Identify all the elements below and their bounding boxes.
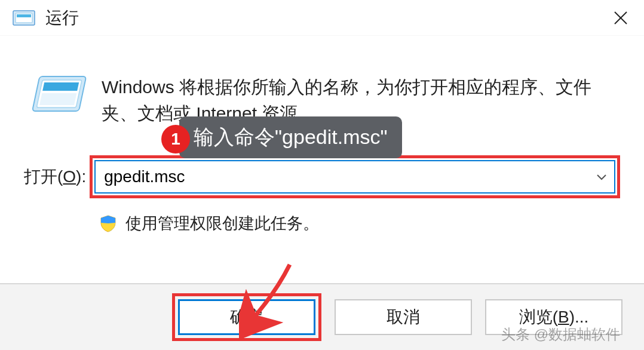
run-dialog: 运行 Windows 将根据你所输入的名称，为你打开相应的程序、文件 <box>0 0 644 350</box>
close-button[interactable] <box>609 7 632 29</box>
admin-note-text: 使用管理权限创建此任务。 <box>125 213 319 234</box>
open-input[interactable] <box>104 167 593 186</box>
instruction-callout: 1 输入命令"gpedit.msc" <box>179 116 402 158</box>
step-badge: 1 <box>161 125 190 153</box>
titlebar-title: 运行 <box>45 7 609 29</box>
button-bar: 确定 取消 浏览(B)... <box>0 283 644 350</box>
svg-rect-7 <box>42 82 79 91</box>
shield-icon <box>99 214 117 232</box>
ok-button[interactable]: 确定 <box>178 299 315 335</box>
callout-text: 输入命令"gpedit.msc" <box>194 124 388 151</box>
open-input-highlight <box>90 155 620 198</box>
dialog-content: Windows 将根据你所输入的名称，为你打开相应的程序、文件夹、文档或 Int… <box>0 36 644 283</box>
combo-dropdown-button[interactable] <box>593 173 611 180</box>
close-icon <box>612 9 630 27</box>
svg-rect-2 <box>17 14 31 17</box>
svg-rect-8 <box>39 93 76 105</box>
run-titlebar-icon <box>12 8 36 28</box>
run-large-icon <box>24 72 90 119</box>
ok-button-highlight: 确定 <box>172 293 321 341</box>
cancel-button[interactable]: 取消 <box>335 299 472 335</box>
open-combobox[interactable] <box>94 160 615 194</box>
titlebar: 运行 <box>0 0 644 36</box>
chevron-down-icon <box>596 173 607 180</box>
open-label: 打开(O): <box>24 165 86 188</box>
admin-privilege-note: 使用管理权限创建此任务。 <box>99 213 620 234</box>
browse-button[interactable]: 浏览(B)... <box>485 299 622 335</box>
